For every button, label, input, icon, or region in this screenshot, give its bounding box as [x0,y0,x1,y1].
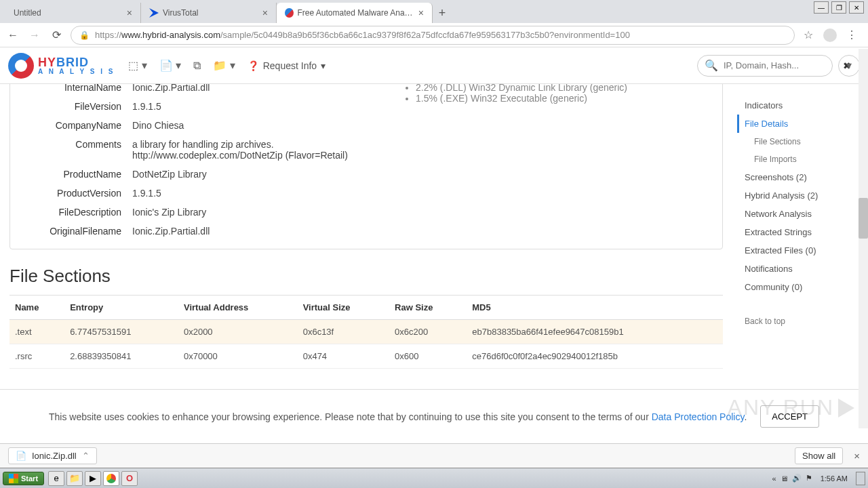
kv-label: CompanyName [10,120,132,131]
file-sections-table: NameEntropyVirtual AddressVirtual SizeRa… [9,295,723,369]
kv-label: InternalName [10,84,132,93]
tab-virustotal[interactable]: VirusTotal × [141,3,277,23]
kv-value: Ionic.Zip.Partial.dll [132,84,210,93]
table-row[interactable]: .rsrc2.688393508410x700000x4740x600ce76d… [9,344,723,369]
kv-label: ProductVersion [10,188,132,199]
url-input[interactable]: 🔒 https://www.hybrid-analysis.com/sample… [71,26,795,45]
kv-label: FileDescription [10,207,132,218]
kv-value: Dino Chiesa [132,120,184,131]
back-button[interactable]: ← [5,28,20,43]
address-bar: ← → ⟳ 🔒 https://www.hybrid-analysis.com/… [0,23,868,47]
sidebar-item[interactable]: Extracted Strings [745,223,868,241]
cube-icon[interactable]: ⬚ ▾ [128,59,146,72]
tab-label: Free Automated Malware Analysis S [298,8,414,18]
ie-icon[interactable]: e [48,471,64,486]
data-protection-link[interactable]: Data Protection Policy [652,411,745,422]
maximize-button[interactable]: ❐ [831,1,846,14]
tray-desktop-button[interactable] [856,472,865,485]
clock: 1:56 AM [816,474,852,483]
tab-label: Untitled [14,8,41,18]
col-header: Name [9,296,64,320]
forward-button[interactable]: → [27,28,42,43]
table-row[interactable]: .text6.774575315910x20000x6c13f0x6c200eb… [9,320,723,344]
sidebar-item[interactable]: File Imports [745,150,868,168]
upload-icon[interactable]: 📄 ▾ [159,59,181,72]
user-menu-button[interactable]: ▾ [838,55,860,77]
kv-value: DotNetZip Library [132,169,207,180]
profile-icon[interactable] [823,28,837,42]
search-icon: 🔍 [705,59,718,72]
accept-button[interactable]: ACCEPT [760,405,819,428]
kv-value: Ionic's Zip Library [132,207,206,218]
search-input[interactable] [724,60,837,70]
close-icon[interactable]: × [127,7,132,18]
menu-icon[interactable]: ⋮ [845,28,859,42]
explorer-icon[interactable]: 📁 [66,471,83,486]
back-to-top-link[interactable]: Back to top [745,312,868,330]
start-label: Start [21,474,38,483]
cell: 0x6c200 [389,320,467,344]
close-window-button[interactable]: ✕ [849,1,864,14]
taskbar: Start e 📁 ▶ O « 🖥 🔊 ⚑ 1:56 AM [0,468,868,488]
file-icon: 📄 [16,451,26,461]
star-icon[interactable]: ☆ [802,28,815,42]
close-icon[interactable]: × [418,7,424,18]
kv-label: FileVersion [10,101,132,112]
sidebar-item[interactable]: Indicators [745,96,868,115]
new-tab-button[interactable]: + [433,3,452,23]
tray-monitor-icon[interactable]: 🖥 [781,474,788,483]
windows-flag-icon [9,474,18,483]
reload-button[interactable]: ⟳ [49,28,64,43]
close-icon[interactable]: × [262,7,268,18]
file-identity-panel: Assembly Version1.9.1.5InternalNameIonic… [10,84,376,241]
chevron-up-icon[interactable]: ⌃ [82,451,90,461]
media-icon[interactable]: ▶ [85,471,101,486]
kv-row: InternalNameIonic.Zip.Partial.dll [10,84,376,97]
sidebar-item[interactable]: Community (0) [745,278,868,296]
tab-untitled[interactable]: Untitled × [5,3,141,23]
vt-favicon-icon [149,8,159,18]
sidebar-item[interactable]: Notifications [745,260,868,278]
col-header: MD5 [467,296,723,320]
page-scrollbar[interactable] [859,49,868,428]
sidebar-item[interactable]: File Sections [745,133,868,150]
chevron-down-icon: ▾ [321,60,326,71]
cell: eb7b83835ba66f41efee9647c08159b1 [467,320,723,344]
url-path: /sample/5c0449b8a9b65f36cb6a66c1ac9379f8… [220,30,630,40]
type-hint-item: 2.2% (.DLL) Win32 Dynamic Link Library (… [416,84,722,93]
sidebar-item[interactable]: Network Analysis [745,205,868,223]
logo[interactable]: HYBRID A N A L Y S I S [8,53,115,79]
browser-tab-strip: Untitled × VirusTotal × Free Automated M… [0,0,868,23]
kv-label: ProductName [10,169,132,180]
minimize-button[interactable]: — [814,1,829,14]
tray-volume-icon[interactable]: 🔊 [792,474,802,483]
side-nav: IndicatorsFile DetailsFile SectionsFile … [732,84,868,389]
kv-row: FileVersion1.9.1.5 [10,97,376,116]
tab-hybrid-analysis[interactable]: Free Automated Malware Analysis S × [277,3,433,23]
url-host: www.hybrid-analysis.com [121,30,220,40]
kv-label: Comments [10,139,132,161]
chrome-icon[interactable] [103,471,119,486]
url-scheme: https:// [95,30,121,40]
request-info-button[interactable]: ❓ Request Info ▾ [248,60,326,71]
tray-flag-icon[interactable]: ⚑ [806,474,812,483]
tray-expand-icon[interactable]: « [772,474,776,483]
cell: 0x70000 [178,344,298,369]
download-item[interactable]: 📄 Ionic.Zip.dll ⌃ [8,447,97,464]
type-hint-item: 1.5% (.EXE) Win32 Executable (generic) [416,93,722,104]
main-content: Assembly Version1.9.1.5InternalNameIonic… [0,84,732,389]
sidebar-item[interactable]: Extracted Files (0) [745,241,868,260]
start-button[interactable]: Start [3,472,44,485]
opera-icon[interactable]: O [121,471,138,486]
kv-row: ProductVersion1.9.1.5 [10,184,376,203]
copy-icon[interactable]: ⧉ [193,60,201,72]
folder-icon[interactable]: 📁 ▾ [213,59,235,72]
kv-value: 1.9.1.5 [132,101,161,112]
sidebar-item[interactable]: Screenshots (2) [745,168,868,186]
close-downloads-icon[interactable]: × [854,450,860,462]
show-all-button[interactable]: Show all [795,447,843,464]
sidebar-item[interactable]: Hybrid Analysis (2) [745,186,868,205]
kv-row: FileDescriptionIonic's Zip Library [10,203,376,222]
sidebar-item[interactable]: File Details [737,115,868,133]
cell: 0x600 [389,344,467,369]
